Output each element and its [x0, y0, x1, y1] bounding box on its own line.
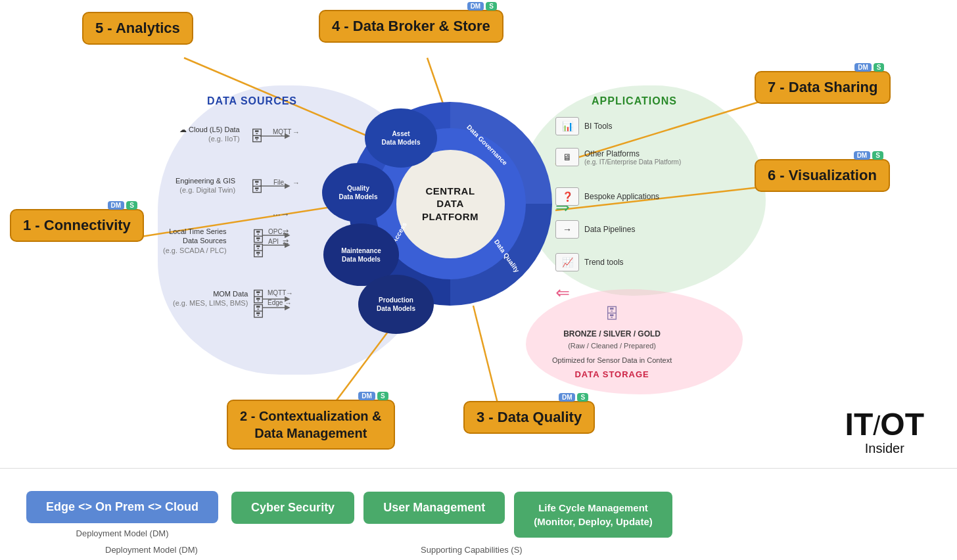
app-label-bespoke: Bespoke Applications	[584, 192, 659, 201]
badge-dm-connectivity: DM	[108, 201, 125, 210]
proto-opc: OPC	[268, 228, 283, 235]
badge-s-dq: S	[577, 393, 588, 402]
badge-row-context: DM S	[358, 392, 388, 400]
pill-edge-cloud: Edge <> On Prem <> Cloud	[26, 491, 218, 523]
logo-sub: Insider	[845, 442, 924, 455]
app-icon-bi: 📊	[555, 117, 579, 135]
ds-db-scada: 🗄 🗄	[251, 229, 266, 260]
proto-mqtt1: MQTT	[273, 128, 291, 135]
badge-row-connectivity: DM S	[108, 201, 137, 210]
applications-title: APPLICATIONS	[592, 95, 677, 107]
box-dataquality-label: 3 - Data Quality	[477, 409, 582, 425]
box-visualization-label: 6 - Visualization	[768, 167, 877, 183]
ring-label-quality: Data Quality	[493, 238, 521, 273]
box-analytics[interactable]: 5 - Analytics	[82, 12, 193, 45]
badge-dm-context: DM	[358, 392, 375, 400]
box-dataquality[interactable]: DM S 3 - Data Quality	[463, 401, 595, 434]
arrow-mqtt1: →	[292, 128, 300, 136]
proto-edge: Edge	[268, 299, 283, 306]
app-icon-trend: 📈	[555, 253, 579, 271]
badge-row-ds: DM S	[854, 63, 884, 72]
pill-lifecycle: Life Cycle Management (Monitor, Deploy, …	[514, 492, 672, 538]
ds-item-engineering: Engineering & GIS (e.g. Digital Twin)	[175, 176, 235, 195]
logo-main: IT/OT	[845, 407, 924, 442]
lifecycle-section: Life Cycle Management (Monitor, Deploy, …	[514, 492, 672, 538]
badge-dm-ds: DM	[854, 63, 872, 72]
box-datasharing[interactable]: DM S 7 - Data Sharing	[755, 71, 891, 104]
proto-file: File	[273, 179, 284, 186]
storage-tier: BRONZE / SILVER / GOLD	[552, 328, 672, 340]
arrow-mqtt2: →	[286, 289, 293, 297]
ds-db-eng: 🗄	[250, 179, 264, 196]
arrow-pink: ⇒	[555, 283, 570, 303]
box-databroker-label: 4 - Data Broker & Store	[332, 18, 490, 34]
dm-asset: AssetData Models	[365, 108, 437, 168]
badge-row-db: DM S	[467, 2, 497, 11]
app-icon-bespoke: ❓	[555, 187, 579, 206]
badge-dm-dq: DM	[559, 393, 576, 402]
app-bi-tools: 📊 BI Tools	[555, 117, 612, 135]
app-bespoke: ❓ Bespoke Applications	[555, 187, 659, 206]
box-contextualization[interactable]: DM S 2 - Contextualization &Data Managem…	[227, 400, 395, 450]
box-connectivity[interactable]: DM S 1 - Connectivity	[10, 209, 144, 242]
arrow-opc: ⇄	[283, 228, 289, 237]
arrow-edge: →	[285, 299, 292, 307]
badge-s-context: S	[377, 392, 388, 400]
supporting-label-bottom: Supporting Capabilities (S)	[421, 545, 523, 555]
pill-cyber: Cyber Security	[231, 492, 354, 524]
deployment-model-label: Deployment Model (DM)	[76, 528, 169, 538]
app-label-platforms: Other Platforms (e.g. IT/Enterprise Data…	[584, 149, 681, 166]
badge-row-dq: DM S	[559, 393, 588, 402]
box-analytics-label: 5 - Analytics	[95, 20, 180, 36]
app-icon-pipelines: →	[555, 220, 579, 239]
datasources-title: DATA SOURCES	[207, 95, 297, 107]
storage-icon: 🗄	[552, 302, 672, 325]
badge-dm-viz: DM	[854, 151, 871, 160]
box-contextualization-label: 2 - Contextualization &Data Management	[240, 409, 382, 440]
deployment-section: Edge <> On Prem <> Cloud Deployment Mode…	[26, 491, 218, 538]
proto-mqtt2: MQTT	[268, 289, 286, 296]
dm-quality: QualityData Models	[322, 163, 394, 222]
logo: IT/OT Insider	[845, 409, 924, 455]
pill-user-mgmt: User Management	[363, 492, 505, 524]
app-other-platforms: 🖥 Other Platforms (e.g. IT/Enterprise Da…	[555, 148, 681, 166]
dm-production: ProductionData Models	[358, 275, 434, 334]
badge-dm-db: DM	[467, 2, 484, 11]
app-trend: 📈 Trend tools	[555, 253, 624, 271]
central-platform-text: CENTRAL DATA PLATFORM	[422, 185, 478, 223]
arrow-file: →	[292, 179, 300, 187]
badge-s-db: S	[486, 2, 497, 11]
app-label-trend: Trend tools	[584, 258, 624, 267]
box-datasharing-label: 7 - Data Sharing	[768, 79, 877, 95]
badge-row-viz: DM S	[854, 151, 883, 160]
badge-s-viz: S	[872, 151, 883, 160]
storage-sub: (Raw / Cleaned / Prepared)	[552, 340, 672, 352]
app-icon-platforms: 🖥	[555, 148, 579, 166]
datastorage-content: 🗄 BRONZE / SILVER / GOLD (Raw / Cleaned …	[552, 302, 672, 381]
badge-s-connectivity: S	[126, 201, 137, 210]
deployment-label-bottom: Deployment Model (DM)	[105, 545, 198, 555]
app-pipelines: → Data Pipelines	[555, 220, 635, 239]
supporting-section: Cyber Security User Management Life Cycl…	[231, 492, 672, 538]
proto-api: API	[268, 238, 279, 245]
box-connectivity-label: 1 - Connectivity	[23, 217, 131, 233]
app-label-bi: BI Tools	[584, 122, 612, 131]
ds-db-cloud: 🗄	[250, 128, 264, 145]
badge-s-ds: S	[874, 63, 885, 72]
ds-item-scada: Local Time Series Data Sources (e.g. SCA…	[163, 227, 227, 255]
cyber-security-section: Cyber Security	[231, 492, 354, 524]
box-visualization[interactable]: DM S 6 - Visualization	[755, 159, 890, 192]
bottom-bar: Edge <> On Prem <> Cloud Deployment Mode…	[0, 468, 957, 560]
storage-title: DATA STORAGE	[552, 368, 672, 382]
ds-item-mom: MOM Data (e.g. MES, LIMS, BMS)	[173, 289, 248, 308]
ellipsis: ···→	[273, 209, 290, 220]
storage-opt: Optimized for Sensor Data in Context	[552, 355, 672, 367]
ds-item-cloud: ☁ Cloud (L5) Data (e.g. IIoT)	[179, 125, 240, 144]
app-label-pipelines: Data Pipelines	[584, 225, 635, 234]
svg-line-2	[473, 306, 500, 411]
ds-db-mom: 🗄 🗄	[251, 289, 266, 321]
arrow-api: ⇄	[283, 238, 289, 246]
box-databroker[interactable]: DM S 4 - Data Broker & Store	[319, 10, 503, 43]
user-mgmt-section: User Management	[363, 492, 505, 524]
